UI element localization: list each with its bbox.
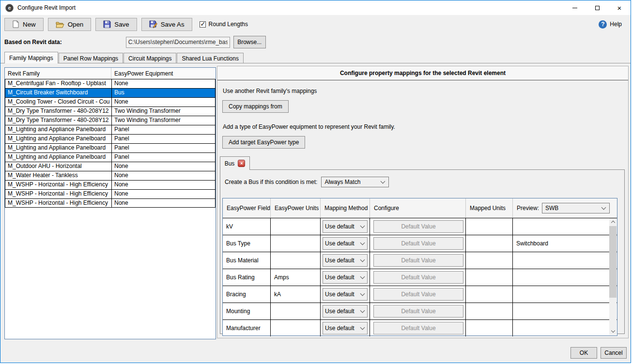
close-icon: × — [617, 4, 622, 12]
copy-mappings-from-button[interactable]: Copy mappings from — [222, 100, 289, 113]
chevron-down-icon — [360, 224, 365, 228]
mapping-row-bus-type: Bus Type Use default Default Value Switc… — [223, 235, 617, 252]
column-header-easypower-equipment[interactable]: EasyPower Equipment — [111, 68, 216, 79]
column-header-revit-family[interactable]: Revit Family — [5, 68, 111, 79]
preview-label: Preview: — [517, 205, 539, 212]
revit-data-path-input[interactable] — [126, 37, 230, 48]
chevron-down-icon — [360, 258, 365, 262]
save-as-button[interactable]: Save As — [141, 18, 192, 31]
table-row[interactable]: M_Cooling Tower - Closed Circuit - CouNo… — [5, 97, 216, 106]
table-row[interactable]: M_Dry Type Transformer - 480-208Y12Two W… — [5, 116, 216, 125]
open-folder-icon — [56, 21, 64, 28]
new-button[interactable]: New — [4, 18, 44, 31]
preview-dropdown[interactable]: SWB — [542, 203, 610, 213]
help-icon: ? — [599, 20, 607, 29]
column-header-configure: Configure — [370, 198, 466, 218]
scroll-down-button[interactable] — [609, 328, 617, 335]
scroll-up-button[interactable] — [609, 218, 617, 226]
default-value-button: Default Value — [373, 254, 463, 267]
table-row-selected[interactable]: M_Circuit Breaker SwitchboardBus — [5, 88, 216, 97]
cancel-button[interactable]: Cancel — [601, 347, 627, 359]
default-value-button: Default Value — [373, 220, 463, 233]
table-row[interactable]: M_Lighting and Appliance PanelboardPanel — [5, 125, 216, 134]
bus-tab-label: Bus — [225, 160, 235, 167]
minimize-icon — [572, 8, 577, 8]
window-title: Configure Revit Import — [17, 4, 76, 11]
default-value-button: Default Value — [373, 322, 463, 334]
mapping-method-dropdown[interactable]: Use default — [323, 254, 368, 267]
tab-panel-row-mappings[interactable]: Panel Row Mappings — [59, 53, 123, 63]
bus-tab-content: Create a Bus if this condition is met: A… — [220, 169, 625, 334]
mapping-row-bus-material: Bus Material Use default Default Value — [223, 252, 617, 269]
mapping-method-dropdown[interactable]: Use default — [323, 220, 368, 233]
column-header-mapped-units: Mapped Units — [466, 198, 513, 218]
table-row[interactable]: M_Lighting and Appliance PanelboardPanel — [5, 152, 216, 162]
save-button[interactable]: Save — [95, 18, 137, 31]
close-button[interactable]: × — [608, 0, 631, 15]
open-button[interactable]: Open — [48, 18, 92, 31]
table-row[interactable]: M_WSHP - Horizontal - High EfficiencyNon… — [5, 198, 216, 208]
help-label: Help — [610, 21, 622, 28]
default-value-button: Default Value — [373, 271, 463, 284]
based-on-label: Based on Revit data: — [4, 39, 62, 46]
condition-label: Create a Bus if this condition is met: — [225, 179, 317, 185]
mapping-method-dropdown[interactable]: Use default — [323, 271, 368, 284]
add-equipment-type-text: Add a type of EasyPower equipment to rep… — [223, 123, 395, 130]
table-row[interactable]: M_Centrifugal Fan - Rooftop - UpblastNon… — [5, 79, 216, 88]
tab-family-mappings[interactable]: Family Mappings — [4, 52, 58, 63]
main-tabstrip: Family Mappings Panel Row Mappings Circu… — [0, 51, 631, 63]
property-mapping-table: EasyPower Field EasyPower Units Mapping … — [222, 198, 617, 336]
new-document-icon — [12, 20, 19, 28]
toolbar: New Open Save Save As ✓ Round Lengths ? … — [0, 15, 631, 33]
titlebar: e Configure Revit Import × — [0, 0, 631, 15]
maximize-button[interactable] — [586, 0, 608, 15]
mapping-method-dropdown[interactable]: Use default — [323, 288, 368, 301]
round-lengths-checkbox[interactable]: ✓ Round Lengths — [200, 21, 248, 28]
chevron-up-icon — [611, 221, 615, 225]
help-button[interactable]: ? Help — [599, 20, 622, 29]
table-row[interactable]: M_Dry Type Transformer - 480-208Y12Two W… — [5, 106, 216, 116]
checkbox-box: ✓ — [200, 21, 206, 28]
browse-button[interactable]: Browse... — [233, 36, 266, 48]
condition-dropdown[interactable]: Always Match — [321, 177, 389, 187]
table-row[interactable]: M_Lighting and Appliance PanelboardPanel — [5, 143, 216, 152]
tab-circuit-mappings[interactable]: Circuit Mappings — [123, 53, 176, 63]
mapping-method-dropdown[interactable]: Use default — [323, 305, 368, 318]
default-value-button: Default Value — [373, 305, 463, 318]
configure-revit-import-window: e Configure Revit Import × New Open Save… — [0, 0, 631, 363]
table-row[interactable]: M_WSHP - Horizontal - High EfficiencyNon… — [5, 189, 216, 198]
ok-button[interactable]: OK — [570, 347, 597, 359]
vertical-scrollbar[interactable] — [609, 218, 617, 335]
tab-shared-lua-functions[interactable]: Shared Lua Functions — [177, 53, 243, 63]
save-as-icon — [149, 20, 157, 28]
table-row[interactable]: M_Lighting and Appliance PanelboardPanel — [5, 134, 216, 143]
mapping-row-bracing: Bracing kA Use default Default Value — [223, 286, 617, 303]
column-header-easypower-units: EasyPower Units — [271, 198, 321, 218]
chevron-down-icon — [381, 179, 385, 184]
mapping-row-kv: kV Use default Default Value — [223, 218, 617, 235]
chevron-down-icon — [360, 308, 365, 313]
tab-bus[interactable]: Bus × — [220, 156, 250, 170]
chevron-down-icon — [601, 205, 606, 210]
default-value-button: Default Value — [373, 237, 463, 250]
chevron-down-icon — [360, 241, 365, 245]
default-value-button: Default Value — [373, 288, 463, 301]
maximize-icon — [595, 6, 600, 10]
mapping-row-manufacturer: Manufacturer Use default Default Value — [223, 319, 617, 336]
family-mappings-panel: Revit Family EasyPower Equipment M_Centr… — [0, 63, 631, 339]
chevron-down-icon — [360, 291, 365, 296]
chevron-down-icon — [360, 325, 365, 330]
footer: OK Cancel — [0, 339, 631, 363]
mapping-method-dropdown[interactable]: Use default — [323, 322, 368, 334]
app-icon: e — [5, 4, 14, 12]
table-row[interactable]: M_Water Heater - TanklessNone — [5, 171, 216, 180]
add-target-easypower-type-button[interactable]: Add target EasyPower type — [222, 136, 305, 149]
mapping-method-dropdown[interactable]: Use default — [323, 237, 368, 250]
table-row[interactable]: M_Outdoor AHU - HorizontalNone — [5, 162, 216, 171]
table-row[interactable]: M_WSHP - Horizontal - High EfficiencyNon… — [5, 180, 216, 189]
chevron-down-icon — [611, 329, 615, 333]
use-another-mappings-text: Use another Revit family's mappings — [223, 88, 317, 94]
minimize-button[interactable] — [564, 0, 586, 15]
close-tab-icon[interactable]: × — [238, 160, 245, 167]
scrollbar-thumb[interactable] — [609, 226, 617, 298]
